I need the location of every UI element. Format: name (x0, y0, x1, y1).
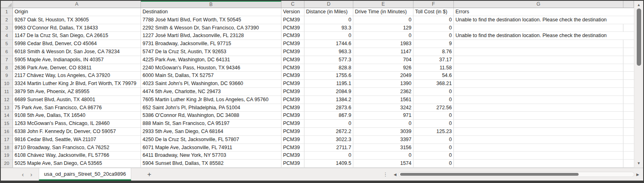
column-header-partial[interactable] (623, 1, 634, 8)
cell-G14[interactable] (454, 112, 623, 120)
cell-A17[interactable]: 9816 Cedar Blvd, Seattle, WA 21107 (13, 136, 141, 144)
cell-B20[interactable]: 5904 Sunset Blvd, Dallas, TX 85582 (141, 160, 281, 168)
cell-G8[interactable] (454, 64, 623, 72)
row-header-9[interactable]: 9 (1, 72, 13, 80)
cell-D5[interactable]: 1744.6 (304, 40, 353, 48)
cell-C3[interactable]: PCM39 (281, 24, 304, 32)
cell-H18[interactable] (623, 144, 634, 152)
cell-F1[interactable]: Toll Cost (in $) (413, 8, 454, 16)
cell-F16[interactable]: 125.23 (413, 128, 454, 136)
cell-B10[interactable]: 4023 Saint John's Pl, Washington, DC 936… (141, 80, 281, 88)
cell-H6[interactable] (623, 48, 634, 56)
cell-A5[interactable]: 5998 Cedar Blvd, Denver, CO 45064 (13, 40, 141, 48)
cell-D7[interactable]: 577.3 (304, 56, 353, 64)
cell-E19[interactable]: 0 (353, 152, 413, 160)
cell-C8[interactable]: PCM39 (281, 64, 304, 72)
cell-H2[interactable] (623, 16, 634, 24)
cell-E3[interactable]: 129 (353, 24, 413, 32)
cell-B18[interactable]: 6071 Maple Ave, Jacksonville, FL 74911 (141, 144, 281, 152)
cell-H17[interactable] (623, 136, 634, 144)
cell-A10[interactable]: 3324 Martin Luther King Jr Blvd, Fort Wo… (13, 80, 141, 88)
cell-A11[interactable]: 3879 5th Ave, Phoenix, AZ 85955 (13, 88, 141, 96)
cell-G11[interactable] (454, 88, 623, 96)
cell-D19[interactable]: 0 (304, 152, 353, 160)
cell-B13[interactable]: 652 Saint John's Pl, Philadelphia, PA 51… (141, 104, 281, 112)
cell-C6[interactable]: PCM39 (281, 48, 304, 56)
column-header-F[interactable]: F (413, 1, 454, 8)
cell-F7[interactable]: 37.17 (413, 56, 454, 64)
cell-E5[interactable]: 1983 (353, 40, 413, 48)
cell-F11[interactable]: 0 (413, 88, 454, 96)
scroll-left-icon[interactable]: ◀ (394, 173, 396, 177)
cell-H20[interactable] (623, 160, 634, 168)
cell-E9[interactable]: 2049 (353, 72, 413, 80)
cell-H19[interactable] (623, 152, 634, 160)
row-header-3[interactable]: 3 (1, 24, 13, 32)
cell-H15[interactable] (623, 120, 634, 128)
cell-H9[interactable] (623, 72, 634, 80)
cell-A3[interactable]: 9963 O'Connor Rd, Dallas, TX 18433 (13, 24, 141, 32)
cell-E11[interactable]: 2362 (353, 88, 413, 96)
cell-A4[interactable]: 1147 De la Cruz St, San Diego, CA 26615 (13, 32, 141, 40)
cell-F18[interactable]: 0 (413, 144, 454, 152)
column-header-B[interactable]: B (141, 1, 281, 8)
vertical-scrollbar[interactable]: ▲ ▼ (634, 1, 643, 168)
cell-A19[interactable]: 6108 Chávez Way, Jacksonville, FL 57766 (13, 152, 141, 160)
cell-E2[interactable]: 0 (353, 16, 413, 24)
cell-H5[interactable] (623, 40, 634, 48)
next-sheet-icon[interactable]: › (30, 171, 32, 177)
cell-B4[interactable]: 1227 José Martí Blvd, Jacksonville, FL 2… (141, 32, 281, 40)
cell-G12[interactable] (454, 96, 623, 104)
cell-A2[interactable]: 9267 Oak St, Houston, TX 30605 (13, 16, 141, 24)
cell-A8[interactable]: 2636 Park Ave, Denver, CO 83811 (13, 64, 141, 72)
cell-F15[interactable]: 0 (413, 120, 454, 128)
row-header-17[interactable]: 17 (1, 136, 13, 144)
cell-E18[interactable]: 3156 (353, 144, 413, 152)
row-header-15[interactable]: 15 (1, 120, 13, 128)
cell-D20[interactable]: 1409.5 (304, 160, 353, 168)
cell-G2[interactable]: Unable to find the destination location.… (454, 16, 623, 24)
cell-E13[interactable]: 3242 (353, 104, 413, 112)
cell-B2[interactable]: 7788 José Martí Blvd, Fort Worth, TX 505… (141, 16, 281, 24)
cell-B1[interactable]: Destination (141, 8, 281, 16)
cell-D3[interactable]: 93.3 (304, 24, 353, 32)
cell-G15[interactable] (454, 120, 623, 128)
cell-C4[interactable]: PCM39 (281, 32, 304, 40)
cell-B6[interactable]: 5747 De la Cruz St, Austin, TX 92653 (141, 48, 281, 56)
cell-D9[interactable]: 1755.6 (304, 72, 353, 80)
cell-D1[interactable]: Distance (in Miles) (304, 8, 353, 16)
cell-C15[interactable]: PCM39 (281, 120, 304, 128)
cell-C2[interactable]: PCM39 (281, 16, 304, 24)
cell-C7[interactable]: PCM39 (281, 56, 304, 64)
column-header-D[interactable]: D (304, 1, 353, 8)
row-header-5[interactable]: 5 (1, 40, 13, 48)
scrollbar-resize-handle[interactable]: ⋮ (383, 168, 388, 181)
cell-C5[interactable]: PCM39 (281, 40, 304, 48)
cell-F17[interactable]: 0 (413, 136, 454, 144)
cell-D8[interactable]: 828.8 (304, 64, 353, 72)
cell-G5[interactable] (454, 40, 623, 48)
cell-C12[interactable]: PCM39 (281, 96, 304, 104)
row-header-7[interactable]: 7 (1, 56, 13, 64)
cell-F2[interactable]: 0 (413, 16, 454, 24)
cell-B17[interactable]: 4250 De la Cruz St, Jacksonville, FL 578… (141, 136, 281, 144)
column-header-A[interactable]: A (13, 1, 141, 8)
cell-C17[interactable]: PCM39 (281, 136, 304, 144)
vertical-scrollbar-thumb[interactable] (637, 8, 641, 66)
cell-G3[interactable] (454, 24, 623, 32)
cell-D18[interactable]: 2711.7 (304, 144, 353, 152)
row-header-11[interactable]: 11 (1, 88, 13, 96)
cell-H7[interactable] (623, 56, 634, 64)
cell-E4[interactable]: 0 (353, 32, 413, 40)
cell-A15[interactable]: 1263 McGowan's Pass, Chicago, IL 28460 (13, 120, 141, 128)
row-header-16[interactable]: 16 (1, 128, 13, 136)
horizontal-scrollbar-thumb[interactable] (400, 173, 579, 176)
cell-E12[interactable]: 1561 (353, 96, 413, 104)
cell-B12[interactable]: 7605 Martin Luther King Jr Blvd, Los Ang… (141, 96, 281, 104)
cell-H3[interactable] (623, 24, 634, 32)
cell-H11[interactable] (623, 88, 634, 96)
row-header-10[interactable]: 10 (1, 80, 13, 88)
row-header-13[interactable]: 13 (1, 104, 13, 112)
cell-D12[interactable]: 1384.2 (304, 96, 353, 104)
cell-G4[interactable]: Unable to find the destination location.… (454, 32, 623, 40)
